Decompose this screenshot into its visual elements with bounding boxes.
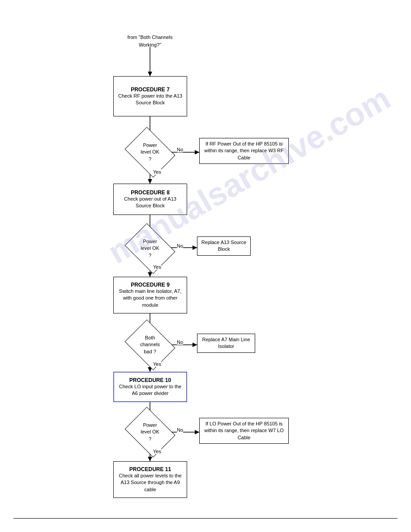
flowchart-lines	[0, 0, 411, 532]
diamond2-no-label: No	[177, 243, 183, 249]
procedure7-text: Check RF power into the A13 Source Block	[117, 93, 183, 107]
procedure10-title: PROCEDURE 10	[129, 377, 171, 383]
procedure9-title: PROCEDURE 9	[131, 282, 170, 288]
diamond3-no-label: No	[177, 339, 183, 345]
procedure10-box: PROCEDURE 10 Check LO input power to the…	[113, 372, 187, 402]
svg-marker-13	[148, 272, 152, 277]
note4-box: If LO Power Out of the HP 85105 is withi…	[199, 418, 289, 444]
note4-text: If LO Power Out of the HP 85105 is withi…	[204, 421, 283, 440]
procedure11-text: Check all power levels to the A13 Source…	[117, 472, 183, 493]
procedure7-box: PROCEDURE 7 Check RF power into the A13 …	[113, 76, 187, 116]
diamond2-text: Power level OK ?	[141, 238, 159, 259]
note2-text: Replace A13 Source Block	[201, 240, 246, 252]
diamond1-no-label: No	[177, 147, 183, 152]
note1-text: If RF Power Out of the HP 85105 is withi…	[204, 141, 283, 160]
procedure8-text: Check power out of A13 Source Block	[117, 196, 183, 210]
note1-box: If RF Power Out of the HP 85105 is withi…	[199, 138, 289, 164]
diamond1-yes-label: Yes	[153, 169, 161, 175]
note3-text: Replace A7 Main Line Isolator	[202, 337, 250, 349]
from-label: from "Both Channels Working?"	[121, 34, 179, 48]
diamond2-yes-label: Yes	[153, 264, 161, 270]
svg-marker-23	[195, 430, 199, 434]
diamond2-wrapper: Power level OK ?	[130, 233, 170, 264]
diamond3-wrapper: Both channels bad ?	[130, 329, 170, 360]
diamond4-text: Power level OK ?	[141, 422, 159, 442]
procedure11-title: PROCEDURE 11	[129, 466, 171, 472]
procedure7-title: PROCEDURE 7	[131, 86, 170, 93]
note2-box: Replace A13 Source Block	[197, 236, 251, 256]
flowchart-container: manualsarchive.com	[0, 0, 411, 532]
diamond4-no-label: No	[177, 427, 183, 433]
procedure11-box: PROCEDURE 11 Check all power levels to t…	[113, 461, 187, 498]
procedure9-box: PROCEDURE 9 Switch main line isolator, A…	[113, 277, 187, 313]
note3-box: Replace A7 Main Line Isolator	[197, 334, 255, 353]
diamond4-wrapper: Power level OK ?	[130, 416, 170, 448]
svg-marker-5	[195, 150, 199, 154]
diamond3-yes-label: Yes	[153, 361, 161, 367]
procedure9-text: Switch main line isolator, A7, with good…	[117, 288, 183, 309]
svg-marker-1	[148, 72, 152, 76]
svg-marker-7	[148, 179, 152, 184]
svg-marker-11	[193, 245, 197, 250]
diamond1-text: Power level OK ?	[141, 142, 159, 163]
diamond1-wrapper: Power level OK ?	[130, 137, 170, 168]
procedure8-box: PROCEDURE 8 Check power out of A13 Sourc…	[113, 184, 187, 215]
procedure8-title: PROCEDURE 8	[131, 189, 170, 196]
procedure10-text: Check LO input power to the A6 power div…	[118, 383, 183, 397]
diamond3-text: Both channels bad ?	[140, 335, 160, 355]
bottom-rule	[13, 518, 398, 519]
svg-marker-17	[193, 343, 197, 347]
diamond4-yes-label: Yes	[153, 449, 161, 454]
svg-marker-25	[148, 457, 152, 461]
